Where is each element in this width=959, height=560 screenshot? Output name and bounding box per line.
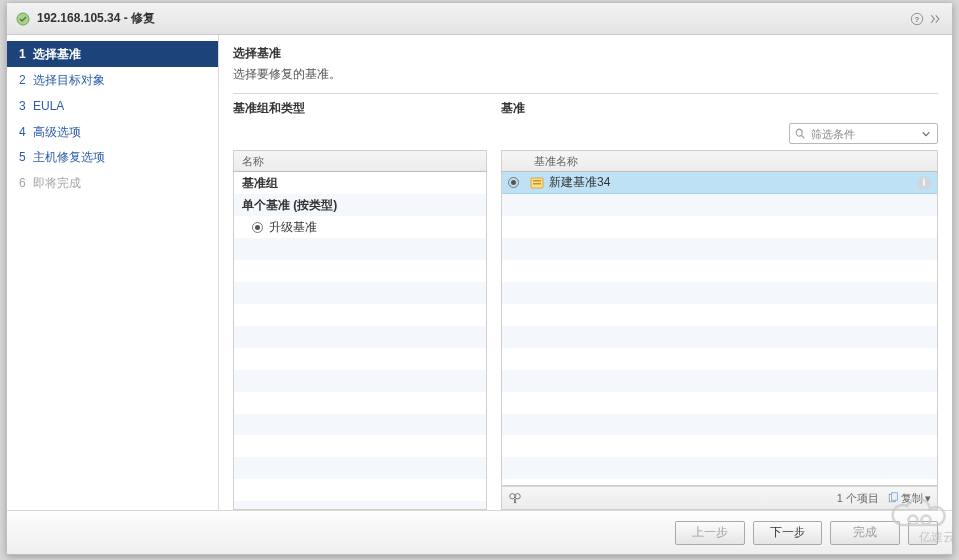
baseline-list-footer: 1 个项目 复制 ▾ [501, 486, 938, 510]
help-button[interactable]: ? [908, 10, 926, 28]
baseline-row-selected[interactable]: 新建基准34 i [502, 172, 937, 194]
filter-input[interactable]: 筛选条件 [789, 123, 938, 144]
dialog-footer: 上一步 下一步 完成 [7, 510, 952, 554]
tree-row-label: 基准组 [242, 175, 278, 192]
baseline-group-column-header[interactable]: 名称 [233, 150, 487, 172]
dialog-window: 192.168.105.34 - 修复 ? 1 选择基准 2 选择目标对象 3 … [6, 2, 953, 555]
svg-point-15 [922, 516, 931, 525]
step-num: 5 [19, 150, 33, 164]
baseline-item-icon [529, 175, 545, 191]
svg-rect-7 [533, 183, 541, 185]
page-desc: 选择要修复的基准。 [233, 66, 938, 83]
step-ready-complete: 6 即将完成 [7, 170, 218, 196]
tree-row-baseline-group[interactable]: 基准组 [234, 172, 486, 194]
item-count: 1 个项目 [837, 491, 879, 506]
back-button: 上一步 [675, 521, 745, 545]
step-label: 主机修复选项 [33, 149, 105, 166]
svg-text:?: ? [915, 14, 920, 23]
step-num: 4 [19, 125, 33, 139]
divider [233, 93, 938, 94]
step-num: 3 [19, 99, 33, 113]
search-icon [794, 127, 807, 140]
svg-point-3 [796, 129, 802, 136]
titlebar: 192.168.105.34 - 修复 ? [7, 3, 952, 35]
baseline-group-list: 基准组 单个基准 (按类型) 升级基准 [233, 172, 487, 510]
svg-rect-6 [533, 180, 541, 182]
step-advanced[interactable]: 4 高级选项 [7, 119, 218, 144]
step-select-baseline[interactable]: 1 选择基准 [7, 41, 218, 67]
baseline-column-header[interactable]: 基准名称 [501, 150, 938, 172]
svg-point-8 [510, 494, 515, 499]
svg-line-4 [802, 136, 805, 139]
baseline-panel: 基准 筛选条件 基准名称 [501, 100, 938, 510]
baseline-group-title: 基准组和类型 [233, 100, 487, 117]
step-select-target[interactable]: 2 选择目标对象 [7, 67, 218, 93]
wizard-sidebar: 1 选择基准 2 选择目标对象 3 EULA 4 高级选项 5 主机修复选项 6… [7, 35, 219, 510]
filter-placeholder: 筛选条件 [807, 127, 919, 141]
step-label: EULA [33, 99, 64, 113]
tree-row-single-baseline[interactable]: 单个基准 (按类型) [234, 194, 486, 216]
step-host-remediation[interactable]: 5 主机修复选项 [7, 144, 218, 170]
baseline-group-panel: 基准组和类型 名称 基准组 单个基准 (按类型) 升级基准 [233, 100, 487, 510]
radio-upgrade-baseline[interactable] [252, 222, 263, 233]
baseline-title: 基准 [501, 100, 938, 117]
main-content: 选择基准 选择要修复的基准。 基准组和类型 名称 基准组 单个基准 (按类型) [219, 35, 952, 510]
step-label: 即将完成 [33, 175, 81, 192]
window-title: 192.168.105.34 - 修复 [37, 10, 155, 27]
watermark: 亿速云 [883, 495, 955, 546]
baseline-list: 新建基准34 i [501, 172, 938, 486]
step-eula[interactable]: 3 EULA [7, 93, 218, 119]
next-button[interactable]: 下一步 [753, 521, 822, 545]
radio-baseline-34[interactable] [508, 177, 519, 188]
step-label: 选择基准 [33, 46, 81, 63]
tree-row-label: 单个基准 (按类型) [242, 197, 337, 214]
baseline-row-label: 新建基准34 [549, 174, 610, 191]
step-label: 选择目标对象 [33, 72, 105, 89]
svg-point-14 [909, 516, 918, 525]
chevron-down-icon[interactable] [919, 129, 933, 139]
tree-row-upgrade-baseline[interactable]: 升级基准 [234, 216, 486, 238]
page-title: 选择基准 [233, 45, 938, 62]
expand-button[interactable] [926, 10, 944, 28]
panel-toolbar-spacer [233, 123, 487, 150]
step-label: 高级选项 [33, 124, 81, 140]
step-num: 1 [19, 47, 33, 61]
find-icon[interactable] [508, 491, 522, 505]
app-icon [15, 11, 31, 27]
tree-row-label: 升级基准 [269, 219, 317, 236]
step-num: 6 [19, 176, 33, 190]
svg-point-9 [515, 494, 520, 499]
info-icon[interactable]: i [917, 176, 931, 190]
column-header-label: 基准名称 [534, 154, 578, 169]
step-num: 2 [19, 73, 33, 87]
